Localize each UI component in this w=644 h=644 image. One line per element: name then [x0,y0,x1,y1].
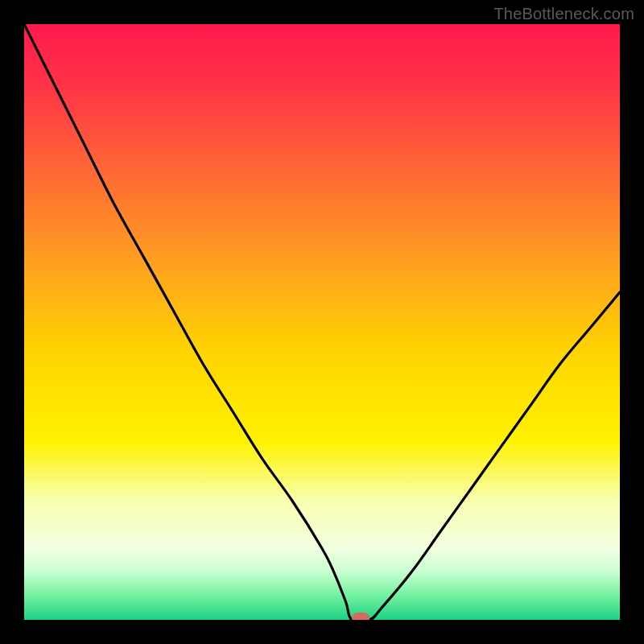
bottleneck-chart [24,24,620,620]
optimum-marker [352,613,369,620]
plot-area [24,24,620,620]
chart-frame: TheBottleneck.com [0,0,644,644]
gradient-background [24,24,620,620]
attribution-label: TheBottleneck.com [493,5,634,23]
